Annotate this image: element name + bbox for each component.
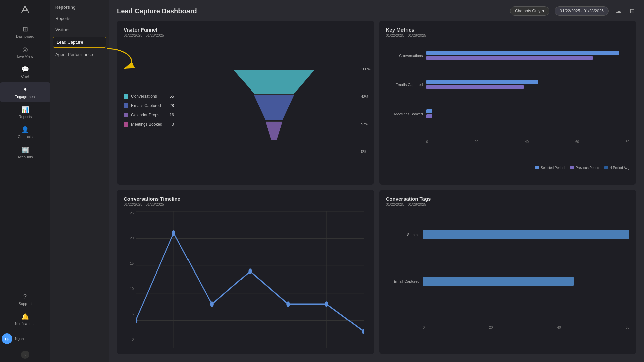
- cloud-icon[interactable]: ☁: [614, 6, 623, 16]
- engagement-icon: ✦: [23, 86, 28, 93]
- tag-label-summit: Summit: [386, 233, 420, 237]
- emails-color-dot: [124, 103, 128, 108]
- sidebar-second: Reporting Reports Visitors Lead Capture …: [50, 0, 109, 362]
- svg-marker-1: [234, 70, 314, 94]
- pct-0: 0%: [361, 149, 366, 154]
- svg-point-24: [325, 301, 328, 307]
- tag-row-email-captured: Email Captured: [386, 277, 630, 286]
- avg-period-label: 4 Period Avg: [610, 166, 629, 170]
- sidebar-item-user[interactable]: g. Ngan: [0, 330, 50, 347]
- menu-item-label: Visitors: [55, 27, 69, 32]
- sidebar-item-chat[interactable]: 💬 Chat: [0, 62, 50, 82]
- main-header: Lead Capture Dashboard Chatbots Only ▾ 0…: [109, 0, 644, 21]
- date-range-badge: 01/22/2025 - 01/28/2025: [555, 6, 609, 16]
- x-label-0: 0: [426, 140, 428, 144]
- sidebar-item-accounts[interactable]: 🏢 Accounts: [0, 143, 50, 162]
- filter-button[interactable]: Chatbots Only ▾: [510, 6, 549, 16]
- sidebar-item-live-view[interactable]: ◎ Live View: [0, 42, 50, 62]
- metric-row-meetings: Meetings Booked: [386, 109, 630, 120]
- sidebar-item-label: Support: [19, 302, 32, 306]
- funnel-card-title: Visitor Funnel: [124, 27, 367, 33]
- menu-item-visitors[interactable]: Visitors: [50, 24, 109, 35]
- y-axis-labels: 25 20 15 10 5 0: [124, 211, 134, 341]
- meetings-color-dot: [124, 122, 128, 127]
- y-label-10: 10: [124, 287, 134, 291]
- conversations-color-dot: [124, 94, 128, 99]
- legend-item-calendar: Calendar Drops 16: [124, 113, 174, 117]
- bar-previous-meetings: [426, 114, 432, 118]
- sidebar-item-support[interactable]: ? Support: [0, 290, 50, 309]
- bottom-nav: ? Support 🔔 Notifications g. Ngan ‹: [0, 290, 50, 362]
- legend-item-meetings: Meetings Booked 0: [124, 122, 174, 127]
- svg-point-23: [286, 301, 290, 307]
- menu-item-reports[interactable]: Reports: [50, 13, 109, 24]
- sidebar-item-label: Chat: [21, 74, 29, 78]
- timeline-card: Conversations Timeline 01/22/2025 - 01/2…: [117, 190, 374, 354]
- timeline-card-date: 01/22/2025 - 01/28/2025: [124, 202, 367, 206]
- legend-item-conversations: Conversations 65: [124, 94, 174, 99]
- sidebar-item-label: Accounts: [17, 155, 33, 159]
- legend-4-period-avg: 4 Period Avg: [604, 166, 629, 170]
- page-title: Lead Capture Dashboard: [117, 7, 504, 15]
- filter-icon[interactable]: ⊟: [628, 6, 636, 16]
- bar-previous-conversations: [426, 56, 593, 60]
- dashboard-grid: Visitor Funnel 01/22/2025 - 01/28/2025 C…: [109, 21, 644, 362]
- sidebar-item-dashboard[interactable]: ⊞ Dashboard: [0, 22, 50, 42]
- menu-item-label: Agent Performance: [55, 52, 93, 57]
- tags-card: Conversation Tags 01/22/2025 - 01/28/202…: [379, 190, 636, 354]
- sidebar-item-label: Dashboard: [16, 34, 34, 38]
- tags-x-20: 20: [489, 326, 493, 329]
- sidebar-left: ⊞ Dashboard ◎ Live View 💬 Chat ✦ Engagem…: [0, 0, 50, 362]
- emails-value: 28: [170, 103, 174, 108]
- sidebar-item-engagement[interactable]: ✦ Engagement: [0, 82, 50, 102]
- conversations-value: 65: [170, 94, 174, 99]
- sidebar-item-notifications[interactable]: 🔔 Notifications: [0, 310, 50, 329]
- tag-bar-summit: [423, 230, 630, 239]
- tag-bar-email-captured: [423, 277, 574, 286]
- svg-point-22: [248, 268, 252, 274]
- menu-item-lead-capture[interactable]: Lead Capture: [53, 37, 106, 48]
- tags-chart: Summit Email Captured 0 20 40 60: [386, 211, 630, 348]
- section-title: Reporting: [50, 5, 109, 13]
- svg-point-19: [136, 318, 137, 323]
- previous-period-label: Previous Period: [576, 166, 599, 170]
- logo: [19, 3, 31, 15]
- collapse-button[interactable]: ‹: [21, 351, 29, 359]
- svg-point-25: [362, 329, 364, 334]
- main-content: Lead Capture Dashboard Chatbots Only ▾ 0…: [109, 0, 644, 362]
- tags-x-60: 60: [626, 326, 629, 329]
- y-label-0: 0: [124, 338, 134, 341]
- sidebar-item-reports[interactable]: 📊 Reports: [0, 103, 50, 122]
- calendar-value: 16: [170, 113, 174, 117]
- menu-item-label: Reports: [55, 16, 71, 21]
- metrics-legend: Selected Period Previous Period 4 Period…: [386, 166, 630, 170]
- legend-label: Calendar Drops: [131, 113, 159, 117]
- funnel-card: Visitor Funnel 01/22/2025 - 01/28/2025 C…: [117, 21, 374, 185]
- bar-group-conversations: [426, 51, 630, 60]
- menu-item-agent-performance[interactable]: Agent Performance: [50, 49, 109, 60]
- previous-period-swatch: [570, 166, 574, 169]
- chevron-down-icon: ▾: [542, 9, 544, 13]
- metrics-card-date: 01/22/2025 - 01/28/2025: [386, 33, 630, 37]
- legend-label: Conversations: [131, 94, 157, 99]
- user-name: Ngan: [15, 337, 24, 341]
- y-label-5: 5: [124, 312, 134, 316]
- filter-label: Chatbots Only: [515, 9, 540, 13]
- pct-57: 57%: [361, 122, 368, 126]
- funnel-content: Conversations 65 Emails Captured 28 Cale…: [124, 42, 367, 179]
- metric-row-conversations: Conversations: [386, 51, 630, 62]
- calendar-color-dot: [124, 113, 128, 117]
- sidebar-item-label: Notifications: [15, 322, 35, 326]
- sidebar-item-contacts[interactable]: 👤 Contacts: [0, 123, 50, 142]
- bar-selected-meetings: [426, 109, 432, 113]
- metric-label-conversations: Conversations: [386, 54, 423, 58]
- tag-row-summit: Summit: [386, 230, 630, 239]
- dashboard-icon: ⊞: [23, 25, 28, 33]
- avatar: g.: [2, 333, 12, 344]
- metrics-chart: Conversations Emails Captured: [386, 42, 630, 179]
- legend-item-emails: Emails Captured 28: [124, 103, 174, 108]
- selected-period-label: Selected Period: [541, 166, 565, 170]
- funnel-visual: 100% 43% 57% 0%: [181, 42, 367, 179]
- tags-x-40: 40: [557, 326, 561, 329]
- metrics-card: Key Metrics 01/22/2025 - 01/28/2025 Conv…: [379, 21, 636, 185]
